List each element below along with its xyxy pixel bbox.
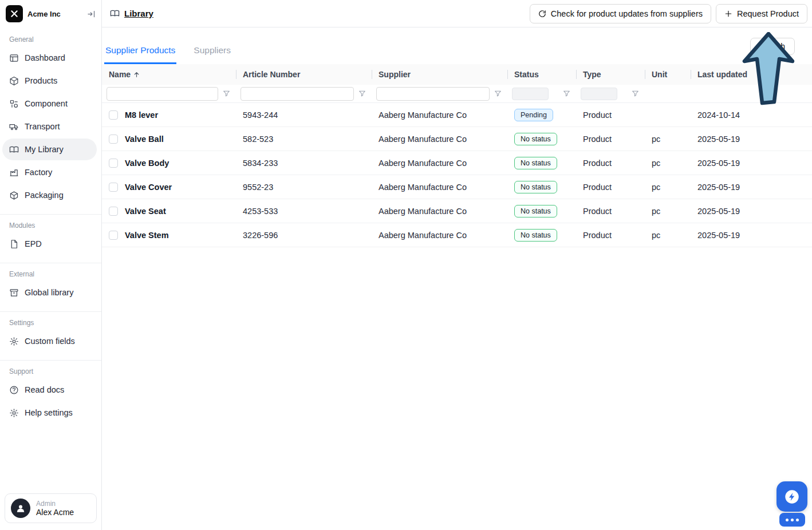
- cell-name: Valve Ball: [102, 135, 236, 144]
- sidebar-item-label: Packaging: [25, 191, 64, 200]
- cell-supplier: Aaberg Manufacture Co: [372, 110, 507, 120]
- row-checkbox[interactable]: [109, 207, 118, 216]
- status-badge: No status: [514, 205, 557, 217]
- status-filter-select[interactable]: [512, 88, 549, 100]
- table-row[interactable]: Valve Cover9552-23Aaberg Manufacture CoN…: [102, 175, 812, 199]
- global-library-icon: [9, 288, 19, 298]
- sort-ascending-icon: [133, 71, 140, 78]
- column-header-supplier[interactable]: Supplier: [372, 64, 507, 85]
- user-name: Alex Acme: [36, 508, 74, 517]
- article-filter-funnel-icon[interactable]: [358, 90, 366, 97]
- page-title[interactable]: Library: [124, 9, 153, 18]
- cell-type: Product: [576, 135, 645, 144]
- column-header-last-updated[interactable]: Last updated: [691, 64, 812, 85]
- sidebar-section: ModulesEPD: [0, 214, 101, 260]
- company-logo[interactable]: [6, 5, 23, 22]
- sidebar-section: SupportRead docsHelp settings: [0, 360, 101, 429]
- chat-widget-button[interactable]: [776, 481, 807, 512]
- cell-supplier: Aaberg Manufacture Co: [372, 135, 507, 144]
- cell-last-updated: 2025-05-19: [691, 159, 812, 168]
- cell-name: Valve Body: [102, 159, 236, 168]
- sidebar-item-global-library[interactable]: Global library: [2, 282, 97, 303]
- column-header-status[interactable]: Status: [507, 64, 576, 85]
- sidebar-item-component[interactable]: Component: [2, 93, 97, 114]
- name-filter-input[interactable]: [107, 87, 218, 101]
- supplier-filter-funnel-icon[interactable]: [494, 90, 502, 97]
- row-checkbox[interactable]: [109, 231, 118, 240]
- dashboard-icon: [9, 53, 19, 63]
- table-filter-row: [102, 85, 812, 103]
- sidebar-item-factory[interactable]: Factory: [2, 161, 97, 183]
- cell-supplier: Aaberg Manufacture Co: [372, 231, 507, 240]
- sidebar-section: ExternalGlobal library: [0, 263, 101, 309]
- user-avatar: [11, 499, 30, 518]
- cell-unit: pc: [645, 207, 691, 216]
- user-card[interactable]: Admin Alex Acme: [5, 493, 97, 523]
- cell-last-updated: 2025-05-19: [691, 207, 812, 216]
- sidebar-item-packaging[interactable]: Packaging: [2, 184, 97, 206]
- sidebar-item-my-library[interactable]: My Library: [2, 139, 97, 160]
- row-checkbox[interactable]: [109, 183, 118, 192]
- sidebar-item-label: Custom fields: [25, 337, 75, 346]
- sidebar-item-label: EPD: [25, 239, 42, 248]
- cell-status: No status: [507, 205, 576, 217]
- sidebar-item-help-settings[interactable]: Help settings: [2, 402, 97, 424]
- chat-widget-more-button[interactable]: [779, 513, 805, 527]
- cell-article-number: 4253-533: [236, 207, 372, 216]
- sidebar-item-products[interactable]: Products: [2, 70, 97, 92]
- sidebar-item-transport[interactable]: Transport: [2, 116, 97, 137]
- cell-last-updated: 2025-05-19: [691, 231, 812, 240]
- epd-icon: [9, 239, 19, 249]
- product-name: Valve Stem: [125, 231, 169, 240]
- sidebar-section: SettingsCustom fields: [0, 311, 101, 358]
- sidebar-item-custom-fields[interactable]: Custom fields: [2, 330, 97, 352]
- sidebar-item-label: Transport: [25, 122, 60, 131]
- row-checkbox[interactable]: [109, 159, 118, 168]
- row-checkbox[interactable]: [109, 110, 118, 120]
- collapse-sidebar-icon[interactable]: [87, 10, 96, 18]
- column-header-unit[interactable]: Unit: [645, 64, 691, 85]
- status-badge: No status: [514, 157, 557, 169]
- cell-status: No status: [507, 133, 576, 145]
- content-area: Supplier Products Suppliers Search Name …: [102, 27, 812, 530]
- cell-unit: pc: [645, 159, 691, 168]
- cell-article-number: 3226-596: [236, 231, 372, 240]
- cell-article-number: 5943-244: [236, 110, 372, 120]
- supplier-filter-input[interactable]: [376, 87, 490, 101]
- cell-name: Valve Cover: [102, 183, 236, 192]
- tab-supplier-products[interactable]: Supplier Products: [104, 45, 176, 64]
- column-header-article-number[interactable]: Article Number: [236, 64, 372, 85]
- sidebar-section-label: Support: [0, 363, 101, 379]
- sidebar-nav: GeneralDashboardProductsComponentTranspo…: [0, 27, 101, 530]
- status-badge: Pending: [514, 109, 553, 121]
- status-filter-funnel-icon[interactable]: [563, 90, 570, 97]
- component-icon: [9, 99, 19, 109]
- sidebar-item-read-docs[interactable]: Read docs: [2, 379, 97, 401]
- cell-last-updated: 2025-05-19: [691, 183, 812, 192]
- row-checkbox[interactable]: [109, 135, 118, 144]
- article-number-filter-input[interactable]: [241, 87, 354, 101]
- table-row[interactable]: Valve Body5834-233Aaberg Manufacture CoN…: [102, 151, 812, 175]
- transport-icon: [9, 122, 19, 132]
- column-header-name[interactable]: Name: [102, 64, 236, 85]
- type-filter-funnel-icon[interactable]: [632, 90, 639, 97]
- table-row[interactable]: Valve Seat4253-533Aaberg Manufacture CoN…: [102, 199, 812, 223]
- request-product-button[interactable]: Request Product: [716, 4, 807, 23]
- cell-name: Valve Seat: [102, 207, 236, 216]
- table-row[interactable]: Valve Stem3226-596Aaberg Manufacture CoN…: [102, 223, 812, 247]
- search-button[interactable]: Search: [750, 38, 795, 55]
- type-filter-select[interactable]: [581, 88, 617, 100]
- dot: [786, 519, 789, 521]
- sidebar-item-epd[interactable]: EPD: [2, 233, 97, 255]
- name-filter-funnel-icon[interactable]: [223, 90, 230, 97]
- table-row[interactable]: Valve Ball582-523Aaberg Manufacture CoNo…: [102, 127, 812, 151]
- check-updates-button[interactable]: Check for product updates from suppliers: [530, 4, 711, 23]
- sidebar-item-dashboard[interactable]: Dashboard: [2, 47, 97, 69]
- library-icon: [110, 9, 120, 18]
- column-header-type[interactable]: Type: [576, 64, 645, 85]
- packaging-icon: [9, 191, 19, 200]
- cell-status: Pending: [507, 109, 576, 121]
- table-row[interactable]: M8 lever5943-244Aaberg Manufacture CoPen…: [102, 103, 812, 127]
- cell-last-updated: 2025-05-19: [691, 135, 812, 144]
- tab-suppliers[interactable]: Suppliers: [192, 45, 232, 64]
